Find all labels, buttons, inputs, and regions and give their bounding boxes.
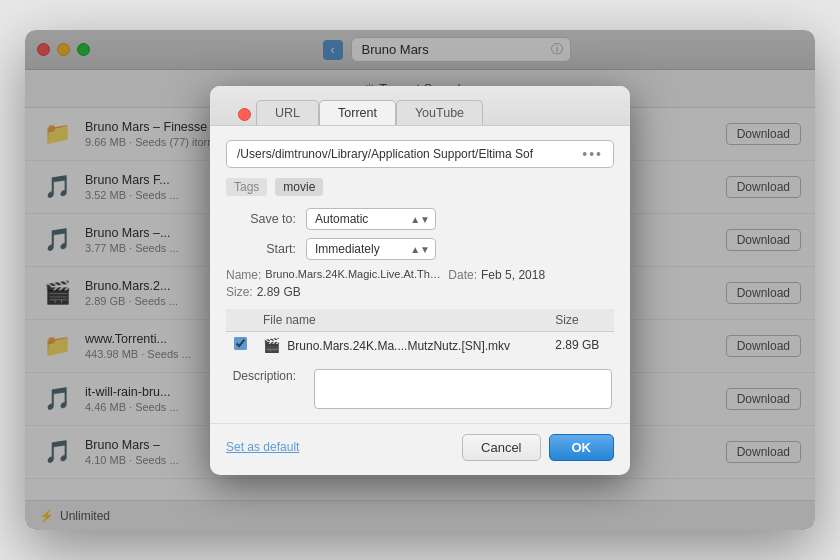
cancel-button[interactable]: Cancel — [462, 434, 540, 461]
info-date: Date: Feb 5, 2018 — [448, 268, 614, 282]
save-to-select[interactable]: Automatic Documents Downloads Desktop — [306, 208, 436, 230]
file-table: File name Size 🎬 Bruno.Mars.24K.Ma....Mu… — [226, 309, 614, 359]
file-row: 🎬 Bruno.Mars.24K.Ma....MutzNutz.[SN].mkv… — [226, 331, 614, 358]
save-to-row: Save to: Automatic Documents Downloads D… — [226, 208, 614, 230]
start-label: Start: — [226, 242, 296, 256]
save-to-select-wrap: Automatic Documents Downloads Desktop ▲▼ — [306, 208, 436, 230]
date-value: Feb 5, 2018 — [481, 268, 545, 282]
col-size: Size — [547, 309, 614, 332]
file-table-header: File name Size — [226, 309, 614, 332]
info-name: Name: Bruno.Mars.24K.Magic.Live.At.The.A… — [226, 268, 445, 282]
tab-torrent[interactable]: Torrent — [319, 100, 396, 125]
file-checkbox[interactable] — [234, 337, 247, 350]
ok-button[interactable]: OK — [549, 434, 615, 461]
name-key: Name: — [226, 268, 261, 282]
size-key: Size: — [226, 285, 253, 299]
save-to-label: Save to: — [226, 212, 296, 226]
file-check-cell[interactable] — [226, 331, 255, 358]
tags-value: movie — [275, 178, 323, 196]
modal-header: URL Torrent YouTube — [210, 86, 630, 126]
description-input[interactable] — [314, 369, 612, 409]
description-section: Description: — [226, 369, 614, 409]
tab-youtube[interactable]: YouTube — [396, 100, 483, 125]
modal-overlay: URL Torrent YouTube /Users/dimtrunov/Lib… — [25, 30, 815, 530]
file-name-cell: 🎬 Bruno.Mars.24K.Ma....MutzNutz.[SN].mkv — [255, 331, 547, 358]
modal-tabs: URL Torrent YouTube — [256, 100, 483, 125]
info-grid: Name: Bruno.Mars.24K.Magic.Live.At.The.A… — [226, 268, 614, 299]
col-check — [226, 309, 255, 332]
col-filename: File name — [255, 309, 547, 332]
date-key: Date: — [448, 268, 477, 282]
file-size-cell: 2.89 GB — [547, 331, 614, 358]
modal-body: /Users/dimtrunov/Library/Application Sup… — [210, 126, 630, 423]
modal-close-button[interactable] — [238, 108, 251, 121]
file-name: Bruno.Mars.24K.Ma....MutzNutz.[SN].mkv — [287, 339, 510, 353]
modal-footer: Set as default Cancel OK — [210, 423, 630, 475]
start-row: Start: Immediately Manually Scheduled ▲▼ — [226, 238, 614, 260]
size-value: 2.89 GB — [257, 285, 301, 299]
file-type-icon: 🎬 — [263, 337, 280, 353]
tab-url[interactable]: URL — [256, 100, 319, 125]
torrent-modal: URL Torrent YouTube /Users/dimtrunov/Lib… — [210, 86, 630, 475]
description-label: Description: — [226, 369, 306, 383]
path-text: /Users/dimtrunov/Library/Application Sup… — [237, 147, 582, 161]
path-dots: ••• — [582, 146, 603, 162]
path-bar[interactable]: /Users/dimtrunov/Library/Application Sup… — [226, 140, 614, 168]
set-default-button[interactable]: Set as default — [226, 440, 299, 454]
tags-label: Tags — [226, 178, 267, 196]
footer-buttons: Cancel OK — [462, 434, 614, 461]
app-window: ‹ ⓘ ✳ Torrent Search ▾ 📁 Bruno Mars – Fi… — [25, 30, 815, 530]
tags-row: Tags movie — [226, 178, 614, 196]
file-table-body: 🎬 Bruno.Mars.24K.Ma....MutzNutz.[SN].mkv… — [226, 331, 614, 358]
start-select-wrap: Immediately Manually Scheduled ▲▼ — [306, 238, 436, 260]
start-select[interactable]: Immediately Manually Scheduled — [306, 238, 436, 260]
info-size: Size: 2.89 GB — [226, 285, 445, 299]
name-value: Bruno.Mars.24K.Magic.Live.At.The.Apollo.… — [265, 268, 445, 282]
